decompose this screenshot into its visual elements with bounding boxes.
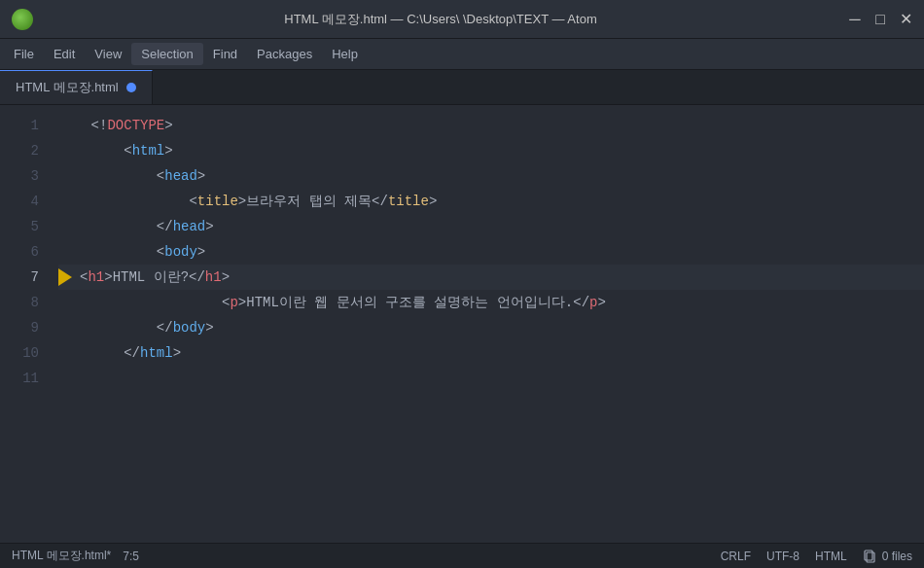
- code-line-7: <h1>HTML 이란?</h1>: [58, 265, 924, 290]
- menu-view[interactable]: View: [85, 43, 131, 65]
- line-num-7: 7: [0, 265, 51, 290]
- editor[interactable]: 1 2 3 4 5 6 7 8 9 10 11 <!DOCTYPE> <html…: [0, 105, 924, 543]
- status-left: HTML 메모장.html* 7:5: [12, 548, 139, 564]
- menu-bar: File Edit View Selection Find Packages H…: [0, 39, 924, 70]
- window-title: HTML 메모장.html — C:\Users\ \Desktop\TEXT …: [43, 11, 838, 28]
- line-num-4: 4: [0, 189, 51, 214]
- code-line-3: <head>: [58, 163, 924, 189]
- line-num-5: 5: [0, 214, 51, 239]
- code-line-1: <!DOCTYPE>: [58, 113, 924, 138]
- status-filename: HTML 메모장.html*: [12, 548, 111, 564]
- status-files-count: 0 files: [882, 550, 912, 563]
- tab-modified-dot: [126, 83, 136, 92]
- status-grammar[interactable]: HTML: [815, 550, 847, 563]
- menu-find[interactable]: Find: [203, 43, 247, 65]
- line-num-2: 2: [0, 138, 51, 163]
- maximize-button[interactable]: □: [873, 13, 887, 26]
- tab-bar: HTML 메모장.html: [0, 70, 924, 105]
- code-line-2: <html>: [58, 138, 924, 163]
- menu-file[interactable]: File: [4, 43, 44, 65]
- code-line-4: <title>브라우저 탭의 제목</title>: [58, 189, 924, 214]
- current-line-arrow: [58, 268, 72, 286]
- title-bar: HTML 메모장.html — C:\Users\ \Desktop\TEXT …: [0, 0, 924, 39]
- code-line-10: </html>: [58, 340, 924, 366]
- line-num-10: 10: [0, 340, 51, 366]
- app-logo: [12, 9, 33, 30]
- status-files-container: 0 files: [863, 550, 912, 563]
- status-cursor: 7:5: [123, 550, 139, 563]
- menu-packages[interactable]: Packages: [247, 43, 322, 65]
- arrow-icon: [58, 268, 72, 286]
- status-line-ending[interactable]: CRLF: [721, 550, 751, 563]
- close-button[interactable]: ✕: [899, 13, 912, 26]
- code-line-9: </body>: [58, 315, 924, 340]
- tab-html-memo[interactable]: HTML 메모장.html: [0, 70, 153, 104]
- line-num-3: 3: [0, 163, 51, 189]
- window-controls: ─ □ ✕: [848, 13, 912, 26]
- status-right: CRLF UTF-8 HTML 0 files: [721, 550, 912, 563]
- line-num-6: 6: [0, 239, 51, 265]
- minimize-button[interactable]: ─: [848, 13, 862, 26]
- tab-label: HTML 메모장.html: [16, 79, 119, 96]
- code-line-8: <p>HTML이란 웹 문서의 구조를 설명하는 언어입니다.</p>: [58, 290, 924, 315]
- status-encoding[interactable]: UTF-8: [766, 550, 800, 563]
- line-numbers: 1 2 3 4 5 6 7 8 9 10 11: [0, 105, 51, 543]
- line-num-1: 1: [0, 113, 51, 138]
- code-line-6: <body>: [58, 239, 924, 265]
- files-icon: [863, 550, 876, 563]
- menu-help[interactable]: Help: [322, 43, 368, 65]
- line-num-11: 11: [0, 366, 51, 391]
- menu-selection[interactable]: Selection: [131, 43, 202, 65]
- line-num-8: 8: [0, 290, 51, 315]
- status-bar: HTML 메모장.html* 7:5 CRLF UTF-8 HTML 0 fil…: [0, 543, 924, 568]
- code-line-5: </head>: [58, 214, 924, 239]
- line-num-9: 9: [0, 315, 51, 340]
- code-area[interactable]: <!DOCTYPE> <html> <head> <title>브라우저 탭의 …: [51, 105, 924, 543]
- code-line-11: [58, 366, 924, 391]
- menu-edit[interactable]: Edit: [44, 43, 85, 65]
